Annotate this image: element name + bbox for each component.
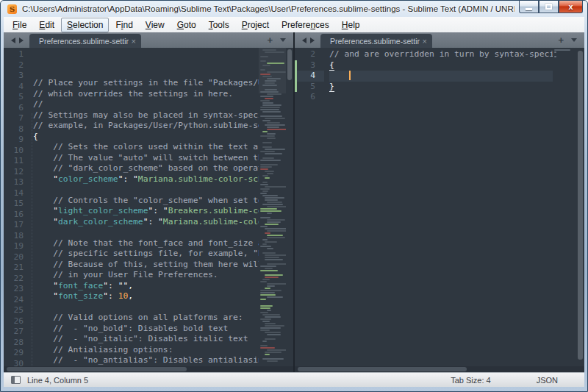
tab-label: Preferences.sublime-settings: [39, 37, 129, 46]
code-line[interactable]: "light_color_scheme": "Breakers.sublime-…: [33, 206, 259, 217]
code-line[interactable]: // Valid options on all platforms are:: [33, 313, 259, 324]
code-line[interactable]: // Antialiasing options:: [33, 345, 259, 356]
sidebar-toggle-icon[interactable]: [11, 376, 21, 384]
vertical-scrollbar[interactable]: [286, 48, 293, 372]
tab-close-icon[interactable]: ×: [132, 38, 136, 45]
tab-next-icon: [310, 38, 315, 43]
menu-goto[interactable]: Goto: [171, 18, 202, 32]
vertical-scrollbar[interactable]: [576, 48, 584, 372]
line-number: 27: [4, 327, 30, 338]
modified-line-marker: [295, 82, 297, 93]
code-line[interactable]: // Note that the font_face and font_size…: [33, 238, 259, 249]
code-line[interactable]: // Controls the "color_scheme" when set …: [33, 196, 259, 207]
tab-preferences-right[interactable]: Preferences.sublime-settings ×: [320, 34, 432, 48]
syntax-indicator[interactable]: JSON: [537, 376, 558, 385]
code-line[interactable]: "font_size": 10,: [33, 291, 259, 302]
tab-bar-left: Preferences.sublime-settings × +: [4, 32, 293, 48]
code-area[interactable]: // and are overridden in turn by syntax-…: [324, 48, 553, 372]
line-number: 7: [4, 113, 30, 124]
code-line[interactable]: [33, 185, 259, 196]
code-line[interactable]: [329, 71, 553, 82]
code-line[interactable]: // Because of this, setting them here wi…: [33, 260, 259, 271]
vertical-scrollbar-thumb[interactable]: [578, 51, 583, 360]
menu-find[interactable]: Find: [110, 18, 138, 32]
line-number: 29: [4, 348, 30, 359]
line-number: 18: [4, 231, 30, 242]
code-line[interactable]: // - "no_antialias": Disables antialiasi…: [33, 355, 259, 366]
code-line[interactable]: // specific settings file, for example, …: [33, 249, 259, 260]
restore-icon: [545, 4, 552, 10]
tab-label: Preferences.sublime-settings: [330, 37, 420, 46]
code-line[interactable]: // Place your settings in the file "Pack…: [33, 78, 259, 89]
code-line[interactable]: "color_scheme": "Mariana.sublime-color-s…: [33, 174, 259, 185]
horizontal-scrollbar[interactable]: [4, 366, 293, 372]
code-line[interactable]: "font_face": "",: [33, 281, 259, 292]
new-tab-button[interactable]: +: [267, 35, 273, 45]
restore-button[interactable]: [539, 1, 559, 13]
code-line[interactable]: "dark_color_scheme": "Mariana.sublime-co…: [33, 217, 259, 228]
code-line[interactable]: {: [33, 132, 259, 143]
modified-line-marker: [295, 71, 297, 82]
horizontal-scrollbar-thumb[interactable]: [298, 367, 467, 371]
menu-tools[interactable]: Tools: [203, 18, 235, 32]
close-button[interactable]: x: [559, 1, 583, 13]
code-line[interactable]: // example, in Packages/User/Python.subl…: [33, 121, 259, 132]
code-line[interactable]: // Sets the colors used within the text …: [33, 142, 259, 153]
minimize-icon: [526, 8, 532, 10]
tab-preferences-left[interactable]: Preferences.sublime-settings ×: [29, 34, 141, 48]
line-number: 3: [295, 60, 324, 71]
line-number: 9: [4, 135, 30, 146]
horizontal-scrollbar-thumb[interactable]: [7, 367, 187, 371]
code-line[interactable]: //: [33, 99, 259, 110]
menu-file[interactable]: File: [7, 18, 32, 32]
status-bar: Line 4, Column 5 Tab Size: 4 JSON: [4, 372, 584, 387]
line-number: 28: [4, 338, 30, 349]
title-bar[interactable]: S C:\Users\Administrator\AppData\Roaming…: [1, 1, 587, 17]
menu-preferences[interactable]: Preferences: [276, 18, 335, 32]
horizontal-scrollbar[interactable]: [295, 366, 584, 372]
line-number: 19: [4, 241, 30, 252]
code-line[interactable]: // Settings may also be placed in syntax…: [33, 110, 259, 121]
window-controls: x: [519, 1, 583, 13]
line-number: 12: [4, 167, 30, 178]
code-line[interactable]: // and are overridden in turn by syntax-…: [329, 49, 553, 60]
code-line[interactable]: // - "no_italic": Disables italic text: [33, 334, 259, 345]
tab-overflow-button[interactable]: [280, 38, 286, 42]
minimize-button[interactable]: [519, 1, 539, 13]
tab-overflow-button[interactable]: [571, 38, 577, 42]
code-line[interactable]: // which overrides the settings in here.: [33, 89, 259, 100]
line-number: 6: [295, 92, 324, 103]
menu-help[interactable]: Help: [336, 18, 366, 32]
line-number: 26: [4, 316, 30, 327]
code-line[interactable]: {: [329, 60, 553, 71]
minimap-viewport[interactable]: [259, 48, 286, 93]
code-line[interactable]: [33, 302, 259, 313]
code-line[interactable]: // - "no_bold": Disables bold text: [33, 324, 259, 335]
line-number: 6: [4, 103, 30, 114]
menu-selection[interactable]: Selection: [61, 18, 109, 32]
line-number: 15: [4, 199, 30, 210]
code-area[interactable]: // Place your settings in the file "Pack…: [30, 48, 259, 372]
minimap[interactable]: [553, 48, 576, 372]
code-line[interactable]: [329, 92, 553, 103]
menu-view[interactable]: View: [140, 18, 171, 32]
code-line[interactable]: // "dark_color_scheme" based on the oper…: [33, 163, 259, 174]
tab-close-icon[interactable]: ×: [423, 38, 427, 45]
editor-split-view: Preferences.sublime-settings × + 1234567…: [4, 32, 584, 372]
tab-scroll-arrows[interactable]: [299, 32, 320, 48]
menu-edit[interactable]: Edit: [33, 18, 60, 32]
editor-pane-left: Preferences.sublime-settings × + 1234567…: [4, 32, 293, 372]
line-number-gutter: 1234567891011121314151617181920212223242…: [4, 48, 30, 372]
new-tab-button[interactable]: +: [558, 35, 564, 45]
code-line[interactable]: }: [329, 82, 553, 93]
menu-project[interactable]: Project: [236, 18, 275, 32]
line-number: 5: [4, 92, 30, 103]
code-line[interactable]: // The value "auto" will switch between …: [33, 153, 259, 164]
tab-scroll-arrows[interactable]: [8, 32, 29, 48]
minimap[interactable]: [259, 48, 286, 372]
line-number: 13: [4, 177, 30, 188]
code-line[interactable]: // in your User File Preferences.: [33, 270, 259, 281]
vertical-scrollbar-thumb[interactable]: [287, 49, 292, 80]
code-line[interactable]: [33, 227, 259, 238]
tab-size-indicator[interactable]: Tab Size: 4: [451, 376, 490, 385]
